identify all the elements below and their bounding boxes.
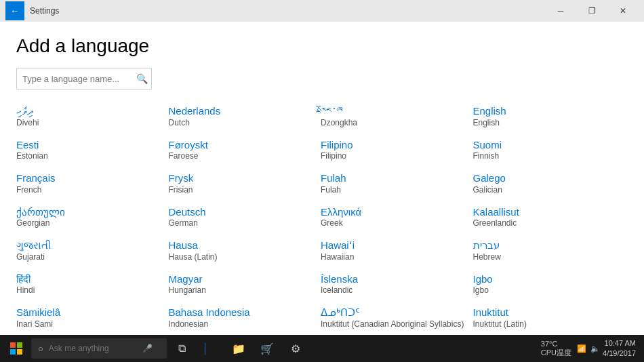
list-item[interactable]: རྫོང་ཁ Dzongkha (321, 100, 473, 134)
list-item[interactable]: Deutsch German (169, 201, 321, 235)
language-english-name: Divehi (16, 118, 163, 127)
windows-icon (10, 342, 22, 355)
language-native-name: Inuktitut (473, 306, 620, 319)
list-item[interactable]: Filipino Filipino (321, 134, 473, 168)
list-item[interactable]: Sämikielâ Inari Sami (16, 302, 169, 335)
language-english-name: French (16, 185, 163, 195)
list-item[interactable]: עברית Hebrew (473, 235, 626, 268)
list-item[interactable]: Magyar Hungarian (169, 268, 321, 302)
list-item[interactable]: Ελληνικά Greek (321, 201, 473, 235)
language-english-name: Hebrew (473, 252, 620, 262)
clock-date: 4/19/2017 (603, 348, 636, 359)
language-english-name: Inuktitut (Canadian Aboriginal Syllabics… (321, 319, 468, 329)
taskbar-system-area: 37°C CPU温度 📶 🔈 10:47 AM 4/19/2017 (536, 338, 641, 359)
settings-icon[interactable]: ⚙ (282, 335, 309, 362)
title-bar-controls: ─ ❐ ✕ (545, 0, 639, 22)
language-native-name: Magyar (169, 273, 316, 286)
list-item[interactable]: Eesti Estonian (16, 134, 169, 168)
list-item[interactable]: Hawaiʻi Hawaiian (321, 235, 473, 268)
language-english-name: Georgian (16, 218, 163, 228)
list-item[interactable]: ગુજરાતી Gujarati (16, 235, 169, 268)
list-item[interactable]: Fulah Fulah (321, 167, 473, 201)
language-english-name: Frisian (169, 185, 316, 195)
language-native-name: Ελληνικά (321, 205, 468, 219)
list-item[interactable]: Suomi Finnish (473, 134, 626, 168)
language-english-name: German (169, 218, 316, 228)
svg-rect-3 (17, 349, 22, 355)
language-grid: ދިވެހި Divehi Nederlands Dutch རྫོང་ཁ Dz… (16, 100, 628, 335)
language-english-name: Inari Sami (16, 319, 163, 329)
language-native-name: Deutsch (169, 205, 316, 219)
language-english-name: Hindi (16, 285, 163, 295)
cortana-icon: ○ (38, 344, 43, 354)
cpu-temp: 37°C CPU温度 (541, 340, 571, 358)
taskbar-search-box[interactable]: ○ 🎤 (31, 338, 167, 359)
language-english-name: Gujarati (16, 252, 163, 262)
list-item[interactable]: English English (473, 100, 626, 134)
language-native-name: Nederlands (169, 104, 316, 118)
list-item[interactable]: Íslenska Icelandic (321, 268, 473, 302)
taskbar-clock[interactable]: 10:47 AM 4/19/2017 (603, 338, 636, 359)
svg-rect-2 (10, 349, 16, 355)
list-item[interactable]: Kalaallisut Greenlandic (473, 201, 626, 235)
title-bar-title: Settings (30, 6, 59, 16)
network-icon: 📶 (577, 344, 586, 353)
taskbar-search-input[interactable] (49, 344, 137, 353)
language-english-name: Greenlandic (473, 218, 620, 228)
language-english-name: Filipino (321, 151, 468, 161)
language-english-name: English (473, 118, 620, 127)
search-input[interactable] (22, 74, 136, 84)
language-native-name: Hawaiʻi (321, 239, 468, 252)
restore-button[interactable]: ❐ (576, 0, 607, 22)
language-native-name: ᐃᓄᒃᑎᑐᑦ (321, 306, 468, 319)
list-item[interactable]: हिंदी Hindi (16, 268, 169, 302)
list-item[interactable]: Bahasa Indonesia Indonesian (169, 302, 321, 335)
search-icon: 🔍 (136, 73, 148, 84)
list-item[interactable]: ქართული Georgian (16, 201, 169, 235)
language-native-name: עברית (473, 239, 620, 252)
list-item[interactable]: Inuktitut Inuktitut (Latin) (473, 302, 626, 335)
list-item[interactable]: Français French (16, 167, 169, 201)
list-item[interactable]: Nederlands Dutch (169, 100, 321, 134)
list-item[interactable]: ދިވެހި Divehi (16, 100, 169, 134)
language-english-name: Hungarian (169, 285, 316, 295)
list-item[interactable]: ᐃᓄᒃᑎᑐᑦ Inuktitut (Canadian Aboriginal Sy… (321, 302, 473, 335)
list-item[interactable]: Frysk Frisian (169, 167, 321, 201)
language-english-name: Dutch (169, 118, 316, 127)
language-native-name: Igbo (473, 273, 620, 286)
language-native-name: Galego (473, 172, 620, 185)
minimize-button[interactable]: ─ (545, 0, 576, 22)
title-bar-left: ← Settings (5, 1, 59, 20)
language-english-name: Faroese (169, 151, 316, 161)
language-english-name: Finnish (473, 151, 620, 161)
language-native-name: Eesti (16, 138, 163, 152)
language-english-name: Hausa (Latin) (169, 252, 316, 262)
language-english-name: Greek (321, 218, 468, 228)
list-item[interactable]: Føroyskt Faroese (169, 134, 321, 168)
search-box[interactable]: 🔍 (16, 68, 152, 89)
task-view-button[interactable]: ⧉ (168, 335, 195, 362)
volume-icon: 🔈 (590, 344, 600, 353)
language-native-name: Føroyskt (169, 138, 316, 152)
explorer-icon[interactable]: 📁 (225, 335, 252, 362)
list-item[interactable]: Igbo Igbo (473, 268, 626, 302)
close-button[interactable]: ✕ (607, 0, 639, 22)
language-native-name: ქართული (16, 205, 163, 219)
edge-icon[interactable]: ⎸ (197, 335, 224, 362)
svg-rect-1 (17, 342, 22, 348)
language-english-name: Icelandic (321, 285, 468, 295)
language-english-name: Dzongkha (321, 118, 468, 127)
list-item[interactable]: Galego Galician (473, 167, 626, 201)
clock-time: 10:47 AM (603, 338, 636, 348)
taskbar: ○ 🎤 ⧉ ⎸ 📁 🛒 ⚙ 37°C CPU温度 📶 🔈 10:47 AM 4/… (0, 335, 644, 362)
language-native-name: རྫོང་ཁ (321, 104, 468, 118)
language-native-name: Français (16, 172, 163, 185)
language-native-name: Fulah (321, 172, 468, 185)
language-english-name: Indonesian (169, 319, 316, 329)
language-english-name: Igbo (473, 285, 620, 295)
start-button[interactable] (3, 335, 30, 362)
language-native-name: Filipino (321, 138, 468, 152)
back-button[interactable]: ← (5, 1, 24, 20)
store-icon[interactable]: 🛒 (254, 335, 281, 362)
list-item[interactable]: Hausa Hausa (Latin) (169, 235, 321, 268)
